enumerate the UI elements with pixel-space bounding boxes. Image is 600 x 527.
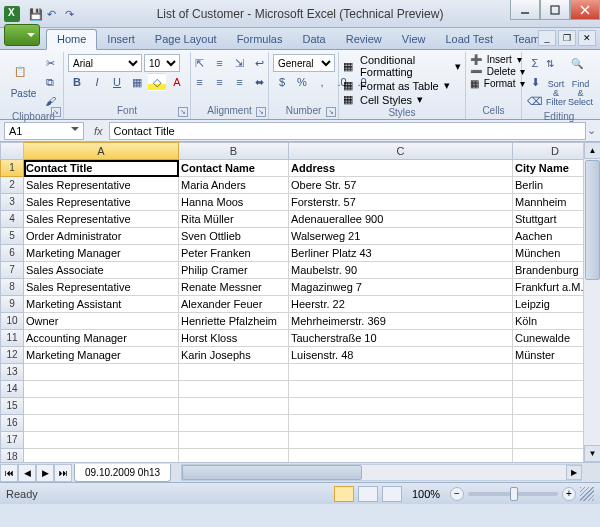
merge-center-icon[interactable]: ⬌ xyxy=(251,73,269,91)
paste-button[interactable]: 📋 Paste xyxy=(8,57,39,107)
column-header-A[interactable]: A xyxy=(24,142,179,160)
fill-color-button[interactable]: ◇ xyxy=(148,73,166,91)
expand-formula-bar-button[interactable]: ⌄ xyxy=(584,124,598,137)
align-center-icon[interactable]: ≡ xyxy=(211,73,229,91)
fill-icon[interactable]: ⬇ xyxy=(526,73,544,91)
cell[interactable]: Sales Representative xyxy=(24,177,179,194)
cell[interactable]: Rita Müller xyxy=(179,211,289,228)
cell[interactable]: Magazinweg 7 xyxy=(289,279,513,296)
workbook-minimize-button[interactable]: _ xyxy=(538,30,556,46)
cell[interactable] xyxy=(289,415,513,432)
row-header[interactable]: 3 xyxy=(0,194,24,211)
ribbon-tab-home[interactable]: Home xyxy=(46,29,97,50)
currency-icon[interactable]: $ xyxy=(273,73,291,91)
scroll-down-button[interactable]: ▼ xyxy=(584,445,600,462)
row-header[interactable]: 8 xyxy=(0,279,24,296)
tab-prev-button[interactable]: ◀ xyxy=(18,464,36,482)
name-box[interactable]: A1 xyxy=(4,122,84,140)
cell[interactable] xyxy=(179,415,289,432)
underline-button[interactable]: U xyxy=(108,73,126,91)
cell-styles-button[interactable]: ▦ Cell Styles ▾ xyxy=(343,93,423,106)
tab-first-button[interactable]: ⏮ xyxy=(0,464,18,482)
row-header[interactable]: 12 xyxy=(0,347,24,364)
align-middle-icon[interactable]: ≡ xyxy=(211,54,229,72)
row-header[interactable]: 4 xyxy=(0,211,24,228)
hscroll-thumb[interactable] xyxy=(182,465,362,480)
page-break-view-button[interactable] xyxy=(382,486,402,502)
ribbon-tab-view[interactable]: View xyxy=(392,30,436,49)
cell[interactable]: Contact Name xyxy=(179,160,289,177)
cell[interactable] xyxy=(179,381,289,398)
zoom-in-button[interactable]: + xyxy=(562,487,576,501)
cell[interactable]: Maria Anders xyxy=(179,177,289,194)
ribbon-tab-page-layout[interactable]: Page Layout xyxy=(145,30,227,49)
clipboard-dialog-launcher[interactable]: ↘ xyxy=(51,107,61,117)
cell[interactable]: Sales Representative xyxy=(24,194,179,211)
cell[interactable]: Obere Str. 57 xyxy=(289,177,513,194)
close-button[interactable] xyxy=(570,0,600,20)
cell[interactable]: Marketing Assistant xyxy=(24,296,179,313)
zoom-out-button[interactable]: − xyxy=(450,487,464,501)
file-menu-button[interactable] xyxy=(4,24,40,46)
cell[interactable]: Peter Franken xyxy=(179,245,289,262)
cell[interactable]: Sales Representative xyxy=(24,279,179,296)
clear-icon[interactable]: ⌫ xyxy=(526,92,544,110)
cell[interactable]: Adenauerallee 900 xyxy=(289,211,513,228)
cell[interactable] xyxy=(24,381,179,398)
row-header[interactable]: 15 xyxy=(0,398,24,415)
ribbon-tab-review[interactable]: Review xyxy=(336,30,392,49)
row-header[interactable]: 2 xyxy=(0,177,24,194)
cell[interactable] xyxy=(289,449,513,462)
font-family-combo[interactable]: Arial xyxy=(68,54,142,72)
vscroll-thumb[interactable] xyxy=(585,160,600,280)
row-header[interactable]: 11 xyxy=(0,330,24,347)
vertical-scrollbar[interactable]: ▲ ▼ xyxy=(583,142,600,462)
cell[interactable]: Hanna Moos xyxy=(179,194,289,211)
ribbon-tab-insert[interactable]: Insert xyxy=(97,30,145,49)
cell[interactable]: Walserweg 21 xyxy=(289,228,513,245)
workbook-restore-button[interactable]: ❐ xyxy=(558,30,576,46)
cell[interactable]: Sales Representative xyxy=(24,211,179,228)
font-size-combo[interactable]: 10 xyxy=(144,54,180,72)
row-header[interactable]: 7 xyxy=(0,262,24,279)
column-header-C[interactable]: C xyxy=(289,142,513,160)
cell[interactable]: Mehrheimerstr. 369 xyxy=(289,313,513,330)
cell[interactable] xyxy=(289,364,513,381)
column-header-B[interactable]: B xyxy=(179,142,289,160)
cell[interactable]: Karin Josephs xyxy=(179,347,289,364)
cell[interactable] xyxy=(289,398,513,415)
zoom-slider-knob[interactable] xyxy=(510,487,518,501)
ribbon-tab-load-test[interactable]: Load Test xyxy=(435,30,503,49)
cell[interactable]: Owner xyxy=(24,313,179,330)
cell[interactable] xyxy=(179,364,289,381)
delete-cells-button[interactable]: ➖ Delete ▾ xyxy=(470,66,525,77)
align-right-icon[interactable]: ≡ xyxy=(231,73,249,91)
insert-cells-button[interactable]: ➕ Insert ▾ xyxy=(470,54,522,65)
cell[interactable]: Marketing Manager xyxy=(24,347,179,364)
cell[interactable]: Taucherstraße 10 xyxy=(289,330,513,347)
number-dialog-launcher[interactable]: ↘ xyxy=(326,107,336,117)
cell[interactable]: Philip Cramer xyxy=(179,262,289,279)
select-all-corner[interactable] xyxy=(0,142,24,160)
cell[interactable] xyxy=(24,449,179,462)
cell[interactable]: Alexander Feuer xyxy=(179,296,289,313)
bold-button[interactable]: B xyxy=(68,73,86,91)
cell[interactable]: Sales Associate xyxy=(24,262,179,279)
format-cells-button[interactable]: ▦ Format ▾ xyxy=(470,78,525,89)
cell[interactable]: Heerstr. 22 xyxy=(289,296,513,313)
copy-icon[interactable]: ⧉ xyxy=(41,73,59,91)
maximize-button[interactable] xyxy=(540,0,570,20)
ribbon-tab-formulas[interactable]: Formulas xyxy=(227,30,293,49)
cell[interactable]: Marketing Manager xyxy=(24,245,179,262)
wrap-text-icon[interactable]: ↩ xyxy=(251,54,269,72)
autosum-icon[interactable]: Σ xyxy=(526,54,544,72)
cell[interactable] xyxy=(24,364,179,381)
horizontal-scrollbar[interactable]: ◀ ▶ xyxy=(181,464,582,481)
cell[interactable]: Renate Messner xyxy=(179,279,289,296)
cell[interactable] xyxy=(179,398,289,415)
row-header[interactable]: 5 xyxy=(0,228,24,245)
row-header[interactable]: 18 xyxy=(0,449,24,462)
zoom-level[interactable]: 100% xyxy=(406,488,446,500)
cell[interactable]: Sven Ottlieb xyxy=(179,228,289,245)
align-top-icon[interactable]: ⇱ xyxy=(191,54,209,72)
